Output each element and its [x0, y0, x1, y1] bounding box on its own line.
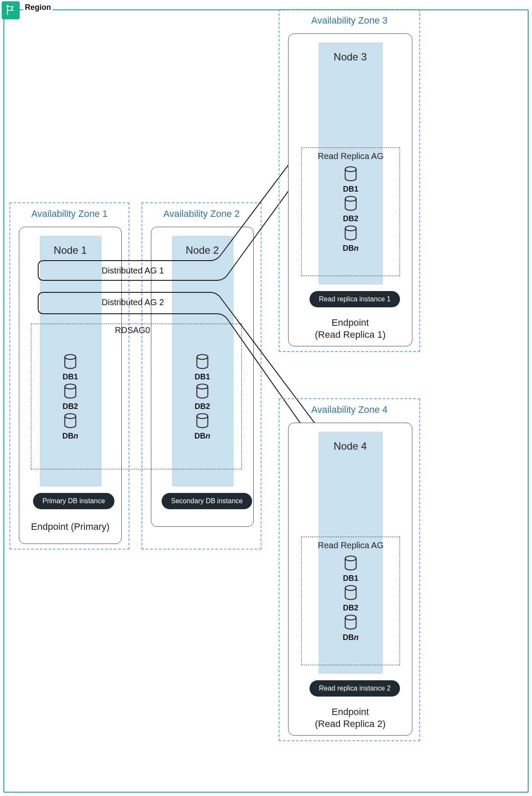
- az3-db2: DB2: [343, 195, 358, 223]
- az3-node-title: Node 3: [289, 51, 412, 63]
- az3-read-replica-ag-title: Read Replica AG: [302, 151, 400, 161]
- db-label: DBn: [343, 244, 359, 253]
- az1-endpoint: Endpoint (Primary): [19, 521, 121, 533]
- database-icon: [343, 166, 358, 184]
- db-label: DB2: [343, 214, 358, 223]
- db-label: DB1: [343, 185, 358, 194]
- svg-point-13: [345, 615, 356, 620]
- region-box: Region Availability Zone 1 Node 1 DB1 DB…: [3, 9, 529, 793]
- read-replica-instance-2-pill: Read replica instance 2: [310, 680, 400, 697]
- svg-point-10: [345, 226, 356, 231]
- svg-point-1: [7, 6, 8, 7]
- db-label: DBn: [343, 633, 359, 642]
- az4-db-stack: DB1 DB2 DBn: [302, 555, 400, 642]
- svg-point-8: [345, 167, 356, 171]
- az4-endpoint: Endpoint(Read Replica 2): [289, 706, 412, 730]
- db-label: DB2: [343, 604, 358, 613]
- availability-zone-4: Availability Zone 4 Node 4 Read Replica …: [279, 398, 420, 741]
- az4-dbn: DBn: [343, 614, 359, 642]
- az4-read-replica-ag-box: Read Replica AG DB1 DB2 DBn: [301, 537, 400, 665]
- read-replica-instance-1-pill: Read replica instance 1: [310, 291, 400, 307]
- secondary-db-instance-pill: Secondary DB instance: [162, 493, 252, 509]
- az4-node-box: Node 4 Read Replica AG DB1 DB2 DBn: [288, 423, 412, 736]
- availability-zone-3: Availability Zone 3 Node 3 Read Replica …: [279, 9, 420, 352]
- database-icon: [343, 195, 358, 213]
- database-icon: [343, 555, 358, 573]
- az3-title: Availability Zone 3: [280, 15, 419, 26]
- az3-read-replica-ag-box: Read Replica AG DB1 DB2 DBn: [301, 147, 400, 276]
- region-flag-icon: [2, 1, 20, 19]
- az4-read-replica-ag-title: Read Replica AG: [302, 541, 400, 550]
- az4-node-title: Node 4: [289, 440, 412, 452]
- region-label: Region: [23, 3, 53, 12]
- database-icon: [343, 585, 358, 603]
- az3-db-stack: DB1 DB2 DBn: [302, 166, 400, 253]
- primary-db-instance-pill: Primary DB instance: [33, 493, 114, 509]
- rdsag0-label: RDSAG0: [115, 325, 150, 335]
- database-icon: [343, 614, 358, 632]
- az4-title: Availability Zone 4: [280, 404, 419, 415]
- az3-endpoint: Endpoint(Read Replica 1): [289, 317, 412, 340]
- az1-title: Availability Zone 1: [10, 208, 129, 219]
- rdsag0-box: [31, 324, 242, 469]
- az2-title: Availability Zone 2: [142, 208, 261, 219]
- distributed-ag-1-label: Distributed AG 1: [102, 266, 164, 276]
- db-label: DB1: [343, 574, 358, 583]
- svg-point-9: [345, 196, 356, 201]
- database-icon: [343, 225, 358, 243]
- az3-dbn: DBn: [343, 225, 359, 253]
- az4-db2: DB2: [343, 585, 358, 613]
- svg-point-11: [345, 556, 356, 561]
- svg-point-12: [345, 586, 356, 590]
- az2-node-title: Node 2: [151, 244, 253, 256]
- az3-db1: DB1: [343, 166, 358, 194]
- az4-db1: DB1: [343, 555, 358, 583]
- az3-node-box: Node 3 Read Replica AG DB1 DB2 DBn: [288, 33, 412, 346]
- distributed-ag-2-label: Distributed AG 2: [102, 297, 164, 307]
- az1-node-title: Node 1: [19, 244, 121, 256]
